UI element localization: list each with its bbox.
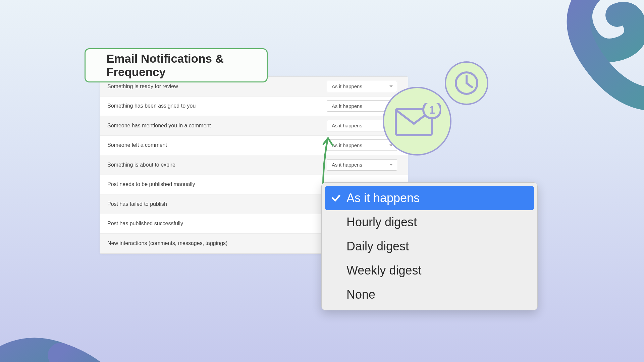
- frequency-select[interactable]: As it happens: [327, 159, 397, 171]
- decorative-swirl-top-right: [456, 0, 644, 194]
- setting-row: Someone left a commentAs it happens: [100, 136, 408, 156]
- setting-label: Post has published successfully: [107, 221, 183, 227]
- dropdown-option-label: As it happens: [346, 191, 420, 205]
- setting-label: Something is about to expire: [107, 162, 175, 168]
- setting-label: Someone has mentioned you in a comment: [107, 123, 211, 129]
- dropdown-option-label: None: [346, 288, 375, 302]
- frequency-select-value: As it happens: [332, 142, 362, 148]
- setting-label: Something is ready for review: [107, 83, 178, 89]
- mail-notification-icon: 1: [383, 87, 451, 156]
- setting-label: New interactions (comments, messages, ta…: [107, 240, 227, 246]
- frequency-select-value: As it happens: [332, 123, 362, 128]
- setting-row: Something is about to expireAs it happen…: [100, 155, 408, 175]
- setting-label: Something has been assigned to you: [107, 103, 196, 109]
- dropdown-option[interactable]: Weekly digest: [325, 258, 534, 283]
- setting-row: Someone has mentioned you in a commentAs…: [100, 116, 408, 136]
- setting-label: Someone left a comment: [107, 142, 167, 148]
- svg-line-4: [467, 83, 472, 87]
- page-title: Email Notifications & Frequency: [106, 52, 267, 79]
- check-icon: [331, 193, 341, 203]
- page-title-card: Email Notifications & Frequency: [85, 48, 268, 82]
- dropdown-option-label: Daily digest: [346, 239, 409, 253]
- setting-label: Post needs to be published manually: [107, 181, 195, 187]
- clock-icon: [445, 61, 488, 105]
- dropdown-option-label: Hourly digest: [346, 215, 417, 229]
- frequency-select[interactable]: As it happens: [327, 139, 397, 151]
- setting-row: Something has been assigned to youAs it …: [100, 97, 408, 116]
- chevron-down-icon: [389, 85, 393, 87]
- dropdown-option[interactable]: As it happens: [325, 186, 534, 210]
- dropdown-option[interactable]: None: [325, 283, 534, 307]
- dropdown-option[interactable]: Daily digest: [325, 234, 534, 258]
- dropdown-option-label: Weekly digest: [346, 263, 421, 278]
- frequency-select-value: As it happens: [332, 83, 362, 89]
- dropdown-option[interactable]: Hourly digest: [325, 210, 534, 234]
- frequency-select-value: As it happens: [332, 103, 362, 109]
- setting-label: Post has failed to publish: [107, 201, 167, 207]
- frequency-select[interactable]: As it happens: [327, 81, 397, 92]
- mail-badge-count: 1: [429, 104, 435, 116]
- chevron-down-icon: [389, 164, 393, 166]
- frequency-dropdown-menu[interactable]: As it happensHourly digestDaily digestWe…: [321, 182, 538, 310]
- frequency-select-value: As it happens: [332, 162, 362, 168]
